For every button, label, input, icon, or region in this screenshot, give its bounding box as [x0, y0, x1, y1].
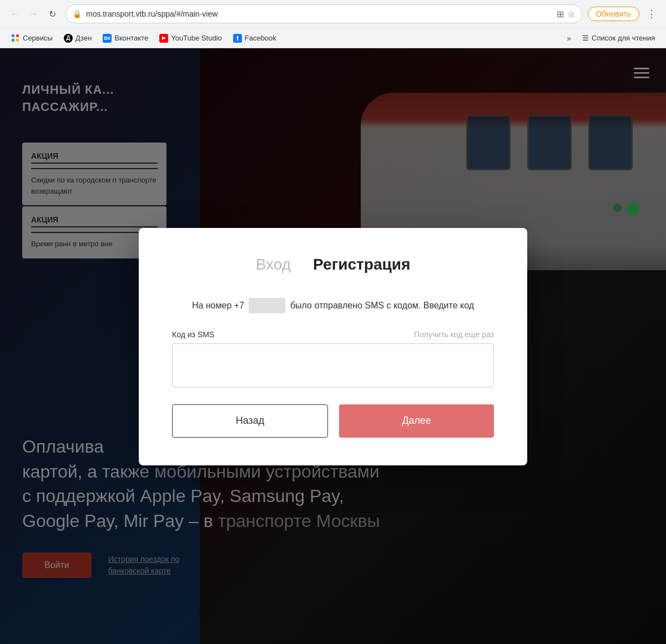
reading-list-button[interactable]: ☰ Список для чтения — [578, 32, 659, 44]
reading-list-label: Список для чтения — [592, 34, 655, 42]
more-options-button[interactable]: ⋮ — [644, 6, 659, 22]
reading-list-icon: ☰ — [582, 34, 589, 42]
forward-button[interactable]: → — [26, 6, 41, 22]
youtube-icon: ▶ — [159, 34, 168, 43]
description-prefix: На номер +7 — [192, 301, 244, 310]
resend-code-link[interactable]: Получить код еще раз — [414, 330, 494, 339]
bookmarks-bar: Сервисы Д Дзен ВК Вконтакте ▶ YouTube St… — [0, 28, 666, 48]
browser-chrome: ← → ↻ 🔒 mos.transport.vtb.ru/sppa/#/main… — [0, 0, 666, 48]
next-button[interactable]: Далее — [339, 404, 494, 438]
star-icon[interactable]: ☆ — [567, 9, 575, 19]
reload-button[interactable]: ↻ — [44, 6, 60, 22]
tab-register[interactable]: Регистрация — [313, 256, 410, 276]
bookmark-services[interactable]: Сервисы — [7, 32, 57, 45]
dzen-icon: Д — [64, 34, 73, 43]
tab-login[interactable]: Вход — [256, 256, 291, 276]
bookmark-dzen[interactable]: Д Дзен — [59, 32, 96, 45]
browser-actions: Обновить ⋮ — [588, 6, 659, 22]
sms-code-input[interactable] — [172, 343, 494, 388]
bookmark-vk-label: Вконтакте — [114, 34, 148, 42]
browser-toolbar: ← → ↻ 🔒 mos.transport.vtb.ru/sppa/#/main… — [0, 0, 666, 28]
back-button[interactable]: Назад — [172, 404, 328, 438]
bookmark-facebook[interactable]: f Facebook — [229, 32, 281, 45]
google-icon — [11, 34, 20, 43]
translate-icon[interactable]: ⊞ — [557, 9, 564, 19]
facebook-icon: f — [233, 34, 242, 43]
bookmarks-more-button[interactable]: » — [564, 32, 573, 45]
back-button[interactable]: ← — [7, 6, 22, 22]
page-background: ЛИЧНЫЙ КА... ПАССАЖИР... АКЦИЯ Скидки по… — [0, 48, 666, 644]
bookmark-dzen-label: Дзен — [75, 34, 92, 42]
modal-overlay: Вход Регистрация На номер +7 было отправ… — [0, 48, 666, 644]
sms-label-row: Код из SMS Получить код еще раз — [172, 330, 494, 339]
url-input[interactable]: mos.transport.vtb.ru/sppa/#/main-view — [86, 9, 552, 18]
modal-tabs: Вход Регистрация — [172, 256, 494, 276]
update-button[interactable]: Обновить — [588, 7, 639, 21]
bookmark-facebook-label: Facebook — [245, 34, 276, 42]
modal-buttons: Назад Далее — [172, 404, 494, 438]
bookmarks-more: » ☰ Список для чтения — [564, 32, 659, 45]
vk-icon: ВК — [103, 34, 112, 43]
sms-label: Код из SMS — [172, 330, 214, 339]
description-suffix: было отправлено SMS с кодом. Введите код — [290, 301, 474, 310]
nav-buttons: ← → ↻ — [7, 6, 60, 22]
lock-icon: 🔒 — [73, 10, 82, 18]
registration-modal: Вход Регистрация На номер +7 было отправ… — [139, 228, 527, 465]
modal-description: На номер +7 было отправлено SMS с кодом.… — [172, 298, 494, 313]
phone-masked — [249, 298, 285, 313]
bookmark-youtube[interactable]: ▶ YouTube Studio — [155, 32, 226, 45]
bookmark-youtube-label: YouTube Studio — [171, 34, 222, 42]
address-bar[interactable]: 🔒 mos.transport.vtb.ru/sppa/#/main-view … — [65, 4, 582, 23]
bookmark-vkontakte[interactable]: ВК Вконтакте — [98, 32, 153, 45]
address-bar-icons: ⊞ ☆ — [557, 9, 575, 19]
bookmark-services-label: Сервисы — [23, 34, 53, 42]
